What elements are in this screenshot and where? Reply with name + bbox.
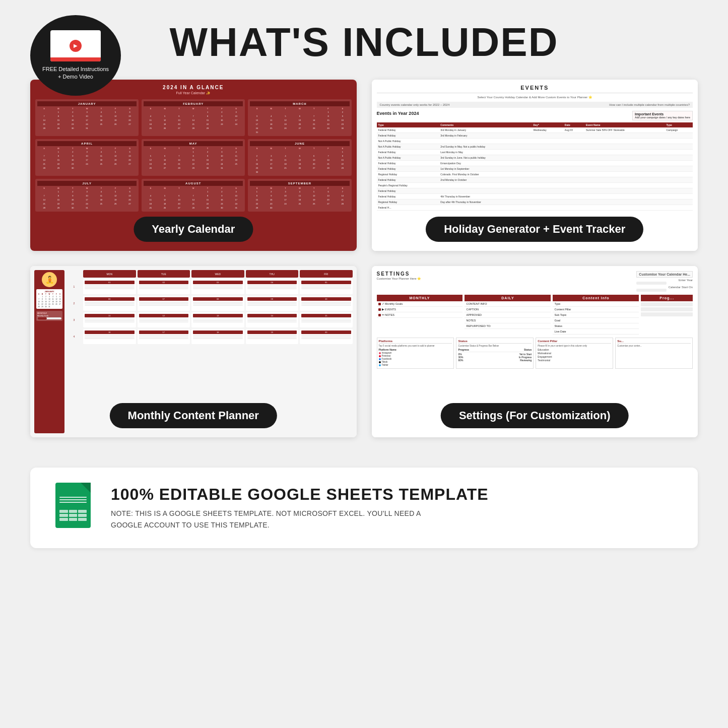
monthly-day-cell: 02 [138, 279, 190, 294]
events-year-label: Events in Year 2024 [377, 111, 419, 120]
monthly-week-row: 31112131415 [67, 312, 353, 327]
monthly-day-cell: 10 [300, 296, 353, 311]
event-row: Federal Holiday1st Monday in September [377, 166, 693, 172]
event-row: Regional HolidayColorado. First Monday i… [377, 172, 693, 177]
card-monthly-planner[interactable]: 🧘 JANUARY SMTWTFS12345678910111213141516… [30, 266, 357, 437]
settings-columns-grid: MONTHLY ✓ Monthly Goals ▶ EVENTS ✏ NOTES… [377, 295, 693, 335]
events-important-label: Important Events Add your campaign dates… [632, 111, 693, 120]
monthly-week-row: 41617181920 [67, 329, 353, 344]
monthly-day-header: WED [191, 270, 244, 278]
cal-month-february: FEBRUARYSMTWTFS1234567891011121314151617… [142, 99, 245, 136]
monthly-day-cell: 12 [138, 312, 190, 327]
page-title: WHAT'S INCLUDED [30, 20, 698, 64]
monthly-day-cell: 08 [191, 296, 244, 311]
monthly-day-cell: 01 [83, 279, 136, 294]
cal-month-august: AUGUSTSMTWTFS123456789101112131415161718… [142, 179, 245, 212]
card-settings[interactable]: SETTINGS Customise Your Planner Here ⭐ C… [372, 266, 698, 437]
events-title: EVENTS [377, 85, 693, 93]
planner-avatar: 🧘 [42, 272, 57, 287]
events-section-header: Events in Year 2024 Important Events Add… [377, 111, 693, 120]
holiday-generator-label: Holiday Generator + Event Tracker [426, 217, 643, 242]
event-row: Federal H... [377, 205, 693, 211]
settings-progress-col: Prog... [641, 295, 693, 335]
sidebar-stats: MONTHLY Monthly Goals [36, 311, 62, 321]
video-badge-text: FREE Detailed Instructions + Demo Video [42, 65, 109, 81]
settings-title: SETTINGS [377, 271, 421, 277]
monthly-day-cell: 16 [83, 329, 136, 344]
event-row: Federal Holiday [377, 188, 693, 194]
play-icon: ▶ [70, 40, 82, 52]
settings-header: SETTINGS Customise Your Planner Here ⭐ C… [377, 271, 693, 292]
event-row: Not A Public Holiday [377, 139, 693, 144]
monthly-day-header: THU [246, 270, 299, 278]
google-sheets-icon [55, 483, 96, 533]
settings-content-pillar: Content Pillar Please fill in your conte… [536, 338, 613, 369]
bottom-title: 100% EDITABLE GOOGLE SHEETS TEMPLATE [111, 485, 673, 504]
cal-month-september: SEPTEMBERSMTWTFS123456789101112131415161… [248, 179, 351, 212]
monthly-day-cell: 09 [246, 296, 299, 311]
monthly-day-header: FRI [300, 270, 353, 278]
bottom-text: 100% EDITABLE GOOGLE SHEETS TEMPLATE NOT… [111, 485, 673, 531]
monthly-header-row: MONTUEWEDTHUFRI [67, 270, 353, 278]
event-row: People's Regional Holiday [377, 183, 693, 188]
event-row: Not A Public Holiday2nd Sunday in May. N… [377, 144, 693, 150]
monthly-day-cell: 18 [191, 329, 244, 344]
monthly-day-cell: 11 [83, 312, 136, 327]
cal-month-january: JANUARYSMTWTFS12345678910111213141516171… [35, 99, 139, 136]
monthly-day-header: TUE [138, 270, 190, 278]
event-row: Federal Holiday3rd Monday in JanuaryWedn… [377, 127, 693, 133]
monthly-day-cell: 17 [138, 329, 190, 344]
event-row: Federal Holiday3rd Monday in February [377, 133, 693, 139]
events-banner: Country events calendar only works for 2… [377, 102, 693, 108]
settings-subtitle: Customise Your Planner Here ⭐ [377, 277, 421, 280]
monthly-day-cell: 14 [246, 312, 299, 327]
event-row: Federal Holiday2nd Monday in October [377, 177, 693, 183]
card-holiday-generator[interactable]: EVENTS Select Your Country Holiday Calen… [372, 80, 698, 251]
cal-month-may: MAYSMTWTFS123456789101112131415161718192… [142, 139, 245, 176]
settings-sub-col: Su... Customise your conter... [615, 338, 693, 369]
monthly-week-row: 10102030405 [67, 279, 353, 294]
calendar-months-grid: JANUARYSMTWTFS12345678910111213141516171… [35, 99, 352, 212]
monthly-day-header: MON [83, 270, 136, 278]
monthly-day-cell: 04 [246, 279, 299, 294]
monthly-day-cell: 13 [191, 312, 244, 327]
settings-monthly-col: MONTHLY ✓ Monthly Goals ▶ EVENTS ✏ NOTES [377, 295, 463, 335]
card-yearly-calendar[interactable]: 2024 IN A GLANCE Full Year Calendar ✨ JA… [30, 80, 357, 251]
monthly-sidebar: 🧘 JANUARY SMTWTFS12345678910111213141516… [34, 270, 64, 433]
settings-bottom: Platforms Top 5 social media platforms y… [377, 338, 693, 369]
settings-status: Status Customise Status & Progress Bar B… [456, 338, 534, 369]
settings-content-col: Content Info Type Content Pillar Sub Top… [553, 295, 639, 335]
monthly-day-cell: 06 [83, 296, 136, 311]
yearly-calendar-label: Yearly Calendar [134, 217, 253, 242]
event-row: Federal Holiday4th Thursday in November [377, 194, 693, 200]
event-row: Federal HolidayEmancipation Day [377, 161, 693, 166]
settings-daily-col: DAILY CONTENT INFO CAPTION APPROVED NOTE… [465, 295, 551, 335]
top-section: ▶ FREE Detailed Instructions + Demo Vide… [30, 20, 698, 64]
monthly-day-cell: 07 [138, 296, 190, 311]
monthly-day-cell: 20 [300, 329, 353, 344]
cal-month-july: JULYSMTWTFS12345678910111213141516171819… [35, 179, 139, 212]
screenshots-grid: 2024 IN A GLANCE Full Year Calendar ✨ JA… [30, 80, 698, 437]
settings-label: Settings (For Customization) [441, 403, 629, 428]
monthly-day-cell: 19 [246, 329, 299, 344]
monthly-day-cell: 05 [300, 279, 353, 294]
mini-cal-grid: SMTWTFS123456789101112131415161718192021… [37, 293, 61, 308]
settings-platforms: Platforms Top 5 social media platforms y… [377, 338, 454, 369]
cal-month-march: MARCHSMTWTFS1234567891011121314151617181… [248, 99, 351, 136]
main-title-container: WHAT'S INCLUDED [30, 20, 698, 64]
monthly-day-cell: 03 [191, 279, 244, 294]
video-thumbnail: ▶ [50, 30, 101, 61]
events-table: TypeCommentsDay*DateEvent NameTypeFedera… [377, 122, 693, 211]
event-row: Regional HolidayDay after 4th Thursday i… [377, 200, 693, 205]
video-badge[interactable]: ▶ FREE Detailed Instructions + Demo Vide… [30, 15, 121, 96]
events-subtitle: Select Your Country Holiday Calendar & A… [377, 95, 693, 99]
monthly-week-row: 20607080910 [67, 296, 353, 311]
event-row: Federal HolidayLast Monday in May [377, 150, 693, 155]
monthly-day-cell: 15 [300, 312, 353, 327]
settings-right-panel: Customise Your Calendar He... Enter Year… [636, 271, 693, 292]
cal-month-june: JUNESMTWTFS12345678910111213141516171819… [248, 139, 351, 176]
bottom-section: 100% EDITABLE GOOGLE SHEETS TEMPLATE NOT… [30, 468, 698, 548]
cal-month-april: APRILSMTWTFS1234567891011121314151617181… [35, 139, 139, 176]
mini-calendar: JANUARY SMTWTFS1234567891011121314151617… [36, 289, 62, 309]
monthly-planner-label: Monthly Content Planner [110, 403, 277, 428]
